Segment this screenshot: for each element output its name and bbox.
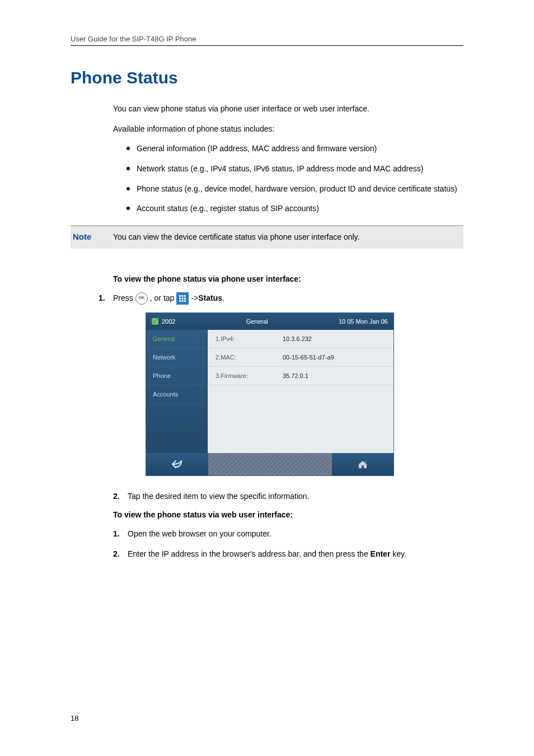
phone-row-val: 00-15-65-51-d7-a9 [283,354,334,361]
back-arrow-icon [171,460,182,469]
svg-rect-0 [179,295,181,297]
procedure1-step1: 1. Press OK , or tap -> Status . [99,292,463,305]
step-number: 1. [113,528,128,540]
p2-step2-pre: Enter the IP address in the browser's ad… [128,549,371,558]
p2-step2-key: Enter [371,549,391,558]
phone-row-firmware[interactable]: 3.Firmware: 35.72.0.1 [208,367,394,385]
phone-softkeys [146,453,394,475]
phone-screen: 2002 General 10 05 Mon Jan 06 General Ne… [146,312,394,476]
bullet-item: Phone status (e.g., device model, hardwa… [127,183,463,195]
phone-titlebar: 2002 General 10 05 Mon Jan 06 [146,313,394,330]
bullet-list: General information (IP address, MAC add… [113,143,463,215]
page-title: Phone Status [71,68,463,87]
svg-rect-1 [182,295,184,297]
procedure2-heading: To view the phone status via web user in… [113,510,463,519]
phone-sidebar: General Network Phone Accounts [146,330,208,453]
phone-ext: 2002 [152,318,175,325]
step1-period: . [222,292,224,305]
note-block: Note You can view the device certificate… [71,225,463,249]
phone-row-key: 3.Firmware: [216,372,283,379]
phone-row-mac[interactable]: 2.MAC: 00-15-65-51-d7-a9 [208,348,394,367]
phone-row-key: 1.IPv4: [216,335,283,342]
svg-rect-8 [184,300,186,302]
step-number: 1. [99,292,113,305]
phone-side-accounts[interactable]: Accounts [146,385,207,404]
phone-side-network[interactable]: Network [146,348,207,367]
phone-softkey-empty [270,453,332,475]
page-number: 18 [71,714,78,722]
running-header: User Guide for the SIP-T48G IP Phone [71,35,463,46]
step1-prefix: Press [113,292,133,305]
intro-p2: Available information of phone status in… [113,123,463,136]
apps-grid-icon [176,292,189,305]
phone-ext-number: 2002 [162,318,175,325]
phone-side-general[interactable]: General [146,330,207,348]
step1-status: Status [198,292,222,305]
phone-row-ipv4[interactable]: 1.IPv4: 10.3.6.232 [208,330,394,348]
bullet-item: Account status (e.g., register status of… [127,203,463,215]
phone-icon [152,318,158,325]
procedure2-step1: 1. Open the web browser on your computer… [113,528,463,540]
note-text: You can view the device certificate stat… [113,232,359,241]
procedure1-step2: 2. Tap the desired item to view the spec… [113,491,463,503]
bullet-item: Network status (e.g., IPv4 status, IPv6 … [127,163,463,175]
phone-title: General [175,318,338,325]
step-number: 2. [113,491,128,503]
home-icon [358,460,368,469]
step-number: 2. [113,548,128,561]
p2-step1-text: Open the web browser on your computer. [128,528,463,540]
intro-p1: You can view phone status via phone user… [113,103,463,115]
step1-mid: , or tap [150,292,175,305]
phone-screenshot: 2002 General 10 05 Mon Jan 06 General Ne… [146,312,463,476]
procedure2-step2: 2. Enter the IP address in the browser's… [113,548,463,561]
p2-step2-post: key. [392,549,406,558]
svg-rect-2 [184,295,186,297]
bullet-item: General information (IP address, MAC add… [127,143,463,155]
svg-rect-6 [179,300,181,302]
phone-row-val: 10.3.6.232 [283,335,312,342]
phone-softkey-home[interactable] [332,453,394,475]
step1-arrow: -> [191,292,198,305]
step2-text: Tap the desired item to view the specifi… [128,491,463,503]
svg-rect-3 [179,297,181,299]
note-label: Note [73,231,91,242]
svg-rect-7 [182,300,184,302]
phone-row-key: 2.MAC: [216,354,283,361]
ok-key-icon: OK [135,292,148,305]
procedure1-heading: To view the phone status via phone user … [113,274,463,283]
phone-row-val: 35.72.0.1 [283,372,308,379]
phone-side-phone[interactable]: Phone [146,367,207,385]
svg-rect-4 [182,297,184,299]
svg-rect-5 [184,297,186,299]
phone-softkey-empty [208,453,270,475]
phone-clock: 10 05 Mon Jan 06 [339,318,388,325]
phone-main: 1.IPv4: 10.3.6.232 2.MAC: 00-15-65-51-d7… [208,330,394,453]
phone-softkey-back[interactable] [146,453,208,475]
